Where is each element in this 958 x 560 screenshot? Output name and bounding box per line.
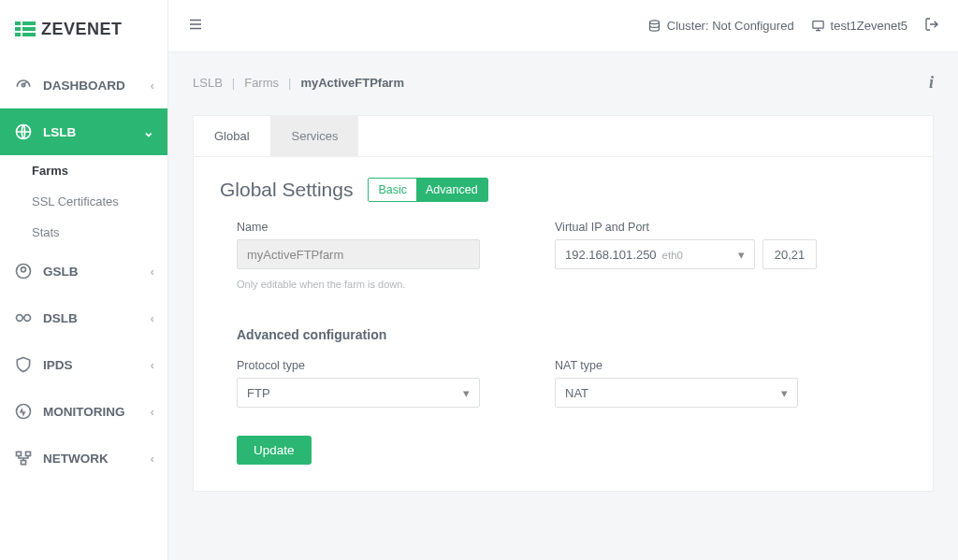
vip-port-input[interactable]: [762, 239, 817, 269]
proto-label: Protocol type: [237, 359, 480, 372]
breadcrumb-item[interactable]: LSLB: [193, 76, 223, 90]
svg-rect-13: [26, 452, 31, 455]
svg-rect-16: [812, 22, 822, 29]
name-hint: Only editable when the farm is down.: [237, 279, 480, 290]
nat-value: NAT: [565, 386, 588, 400]
chevron-down-icon: ⌄: [143, 124, 154, 139]
nav-label: IPDS: [43, 358, 73, 372]
brand-logo: ZEVENET: [0, 0, 167, 62]
advanced-heading: Advanced configuration: [237, 327, 890, 342]
content: LSLB | Farms | myActiveFTPfarm i Global …: [168, 52, 958, 512]
svg-rect-4: [22, 27, 36, 31]
svg-rect-2: [15, 33, 21, 36]
mode-toggle: Basic Advanced: [368, 178, 487, 202]
nav-sub-stats[interactable]: Stats: [0, 217, 167, 248]
chevron-left-icon: ‹: [151, 311, 155, 325]
database-icon: [647, 19, 661, 33]
svg-point-10: [24, 315, 31, 322]
vip-label: Virtual IP and Port: [555, 221, 817, 234]
hamburger-icon[interactable]: [187, 16, 204, 36]
proto-value: FTP: [247, 386, 270, 400]
nav-sub-farms[interactable]: Farms: [0, 155, 167, 186]
nav-dslb[interactable]: DSLB ‹: [0, 294, 167, 341]
svg-rect-3: [22, 22, 36, 25]
svg-rect-14: [22, 461, 26, 465]
tab-services[interactable]: Services: [271, 116, 359, 156]
nav-label: MONITORING: [43, 405, 125, 419]
nav-lslb-sub: Farms SSL Certificates Stats: [0, 155, 167, 248]
shield-icon: [13, 354, 34, 375]
main: Cluster: Not Configured test1Zevenet5 LS…: [168, 0, 958, 560]
gauge-icon: [13, 75, 34, 95]
topbar: Cluster: Not Configured test1Zevenet5: [168, 0, 958, 52]
caret-down-icon: ▾: [463, 386, 470, 400]
link-icon: [13, 308, 34, 328]
svg-point-9: [17, 315, 23, 322]
chevron-left-icon: ‹: [151, 405, 155, 419]
vip-iface: eth0: [662, 250, 683, 261]
vip-select[interactable]: 192.168.101.250eth0 ▾: [555, 239, 755, 269]
svg-rect-0: [15, 22, 21, 25]
name-label: Name: [237, 221, 480, 234]
nav-gslb[interactable]: GSLB ‹: [0, 248, 167, 294]
mode-basic[interactable]: Basic: [369, 179, 416, 201]
caret-down-icon: ▾: [781, 386, 788, 400]
nav-label: DASHBOARD: [43, 79, 125, 93]
monitor-icon: [811, 19, 825, 33]
nat-select[interactable]: NAT ▾: [555, 378, 798, 408]
svg-rect-5: [22, 33, 36, 36]
nat-label: NAT type: [555, 359, 798, 372]
cluster-status[interactable]: Cluster: Not Configured: [647, 19, 794, 33]
settings-card: Global Services Global Settings Basic Ad…: [193, 115, 934, 492]
section-title: Global Settings: [220, 179, 353, 201]
breadcrumb-current: myActiveFTPfarm: [300, 76, 404, 90]
logout-icon[interactable]: [924, 17, 939, 35]
tab-global[interactable]: Global: [194, 116, 271, 156]
primary-nav: DASHBOARD ‹ LSLB ⌄ Farms SSL Certificate…: [0, 62, 167, 481]
breadcrumb: LSLB | Farms | myActiveFTPfarm i: [193, 73, 934, 93]
svg-point-15: [649, 21, 659, 24]
logo-icon: [15, 19, 36, 39]
proto-select[interactable]: FTP ▾: [237, 378, 480, 408]
update-button[interactable]: Update: [237, 436, 312, 465]
globe-icon: [13, 122, 34, 142]
breadcrumb-item[interactable]: Farms: [244, 76, 279, 90]
svg-point-8: [22, 267, 26, 272]
brand-name: ZEVENET: [41, 20, 123, 39]
svg-rect-12: [17, 452, 22, 455]
caret-down-icon: ▾: [738, 248, 745, 262]
nav-monitoring[interactable]: MONITORING ‹: [0, 388, 167, 435]
host-link[interactable]: test1Zevenet5: [811, 19, 907, 33]
cluster-label: Cluster: Not Configured: [667, 19, 794, 33]
card-tabs: Global Services: [194, 116, 933, 157]
name-input: [237, 239, 480, 269]
nav-label: LSLB: [43, 125, 76, 139]
nav-sub-ssl[interactable]: SSL Certificates: [0, 186, 167, 217]
host-name: test1Zevenet5: [831, 19, 907, 33]
info-icon[interactable]: i: [929, 73, 934, 93]
vip-value: 192.168.101.250: [565, 248, 657, 262]
sidebar: ZEVENET DASHBOARD ‹ LSLB ⌄ Farms SSL Cer…: [0, 0, 168, 560]
mode-advanced[interactable]: Advanced: [416, 179, 487, 201]
chevron-left-icon: ‹: [151, 265, 155, 279]
chevron-left-icon: ‹: [151, 79, 155, 93]
nav-label: NETWORK: [43, 452, 109, 466]
svg-point-11: [17, 405, 31, 419]
nav-dashboard[interactable]: DASHBOARD ‹: [0, 62, 167, 108]
nav-lslb[interactable]: LSLB ⌄: [0, 108, 167, 155]
nav-label: DSLB: [43, 311, 78, 325]
chevron-left-icon: ‹: [151, 358, 155, 372]
monitoring-icon: [13, 401, 34, 422]
chevron-left-icon: ‹: [151, 452, 155, 466]
geo-icon: [13, 261, 34, 281]
nav-label: GSLB: [43, 265, 79, 279]
nav-network[interactable]: NETWORK ‹: [0, 435, 167, 481]
svg-rect-1: [15, 27, 21, 31]
network-icon: [13, 448, 34, 468]
breadcrumb-sep: |: [288, 76, 291, 90]
nav-ipds[interactable]: IPDS ‹: [0, 341, 167, 388]
breadcrumb-sep: |: [232, 76, 235, 90]
